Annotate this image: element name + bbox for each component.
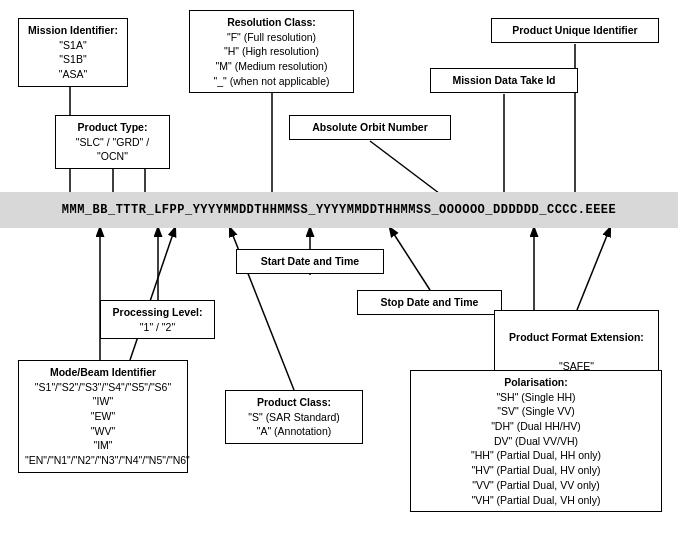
polarisation-title: Polarisation:: [417, 375, 655, 390]
mode-beam-title: Mode/Beam Identifier: [25, 365, 181, 380]
start-date-label: Start Date and Time: [243, 254, 377, 269]
mode-beam-box: Mode/Beam Identifier "S1"/"S2"/"S3"/"S4"…: [18, 360, 188, 473]
product-class-title: Product Class:: [232, 395, 356, 410]
filename-bar: MMM_BB_TTTR_LFPP_YYYYMMDDTHHMMSS_YYYYMMD…: [0, 192, 678, 228]
stop-date-box: Stop Date and Time: [357, 290, 502, 315]
mission-id-title: Mission Identifier:: [25, 23, 121, 38]
product-class-box: Product Class: "S" (SAR Standard) "A" (A…: [225, 390, 363, 444]
mission-data-take-label: Mission Data Take Id: [437, 73, 571, 88]
product-type-box: Product Type: "SLC" / "GRD" / "OCN": [55, 115, 170, 169]
product-unique-id-box: Product Unique Identifier: [491, 18, 659, 43]
filename-text: MMM_BB_TTTR_LFPP_YYYYMMDDTHHMMSS_YYYYMMD…: [62, 203, 616, 217]
abs-orbit-label: Absolute Orbit Number: [296, 120, 444, 135]
product-type-values: "SLC" / "GRD" / "OCN": [62, 135, 163, 164]
resolution-class-values: "F" (Full resolution) "H" (High resoluti…: [196, 30, 347, 89]
svg-line-10: [577, 228, 610, 310]
mission-data-take-box: Mission Data Take Id: [430, 68, 578, 93]
processing-level-title: Processing Level:: [107, 305, 208, 320]
svg-line-14: [130, 228, 175, 360]
mission-id-values: "S1A" "S1B" "ASA": [25, 38, 121, 82]
resolution-class-title: Resolution Class:: [196, 15, 347, 30]
mode-beam-values: "S1"/"S2"/"S3"/"S4"/"S5"/"S6" "IW" "EW" …: [25, 380, 181, 468]
product-class-values: "S" (SAR Standard) "A" (Annotation): [232, 410, 356, 439]
diagram-container: MMM_BB_TTTR_LFPP_YYYYMMDDTHHMMSS_YYYYMMD…: [0, 0, 678, 536]
product-type-title: Product Type:: [62, 120, 163, 135]
stop-date-label: Stop Date and Time: [364, 295, 495, 310]
product-format-label: Product Format Extension:: [501, 330, 652, 345]
product-unique-id-label: Product Unique Identifier: [498, 23, 652, 38]
resolution-class-box: Resolution Class: "F" (Full resolution) …: [189, 10, 354, 93]
svg-line-8: [390, 228, 430, 290]
polarisation-values: "SH" (Single HH) "SV" (Single VV) "DH" (…: [417, 390, 655, 508]
processing-level-values: "1" / "2": [107, 320, 208, 335]
polarisation-box: Polarisation: "SH" (Single HH) "SV" (Sin…: [410, 370, 662, 512]
mission-identifier-box: Mission Identifier: "S1A" "S1B" "ASA": [18, 18, 128, 87]
processing-level-box: Processing Level: "1" / "2": [100, 300, 215, 339]
start-date-box: Start Date and Time: [236, 249, 384, 274]
abs-orbit-box: Absolute Orbit Number: [289, 115, 451, 140]
